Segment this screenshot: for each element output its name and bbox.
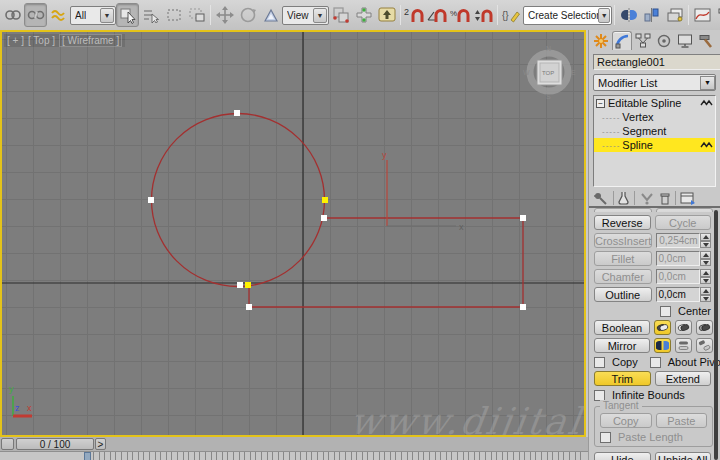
- rectangular-selection-region-icon[interactable]: [162, 3, 185, 27]
- unhide-all-button[interactable]: Unhide All: [655, 452, 712, 460]
- outline-button[interactable]: Outline: [594, 287, 652, 302]
- collapse-icon[interactable]: −: [596, 99, 605, 108]
- viewcube-west[interactable]: W: [523, 69, 530, 76]
- chamfer-value[interactable]: 0,0cm: [656, 269, 701, 284]
- boolean-intersection-button[interactable]: [696, 320, 713, 335]
- viewcube-face-label[interactable]: TOP: [542, 70, 554, 76]
- pin-stack-icon[interactable]: [593, 191, 609, 205]
- viewport-top[interactable]: y x N E S W: [0, 30, 586, 437]
- extend-button[interactable]: Extend: [655, 371, 712, 386]
- show-end-result-icon[interactable]: [618, 191, 630, 205]
- spinner-arrows[interactable]: [700, 287, 711, 302]
- vertex-handle[interactable]: [520, 215, 526, 221]
- percent-snap-icon[interactable]: %: [449, 3, 472, 27]
- layer-manager-icon[interactable]: [663, 3, 686, 27]
- cross-insert-button[interactable]: CrossInsert: [594, 233, 652, 248]
- viewcube-east[interactable]: E: [571, 69, 576, 76]
- mirror-horizontally-button[interactable]: [654, 338, 671, 353]
- select-and-rotate-icon[interactable]: [236, 3, 259, 27]
- chamfer-button[interactable]: Chamfer: [594, 269, 652, 284]
- stack-row-vertex[interactable]: ----- Vertex: [594, 110, 715, 124]
- reference-coordinate-system-dropdown[interactable]: View ▼: [282, 6, 329, 25]
- select-by-name-icon[interactable]: [139, 3, 162, 27]
- track-bar-slider[interactable]: [84, 452, 91, 460]
- vertex-handle-selected[interactable]: [245, 282, 251, 288]
- spinner-arrows[interactable]: [700, 233, 711, 248]
- vertex-handle[interactable]: [321, 215, 327, 221]
- modifier-list-dropdown[interactable]: Modifier List ▼: [593, 74, 716, 91]
- trim-button[interactable]: Trim: [594, 371, 651, 386]
- vertex-handle[interactable]: [148, 197, 154, 203]
- configure-modifier-sets-icon[interactable]: [680, 191, 696, 205]
- vertex-handle[interactable]: [237, 282, 243, 288]
- vertex-handle[interactable]: [246, 304, 252, 310]
- spline-rectangle[interactable]: [249, 218, 523, 307]
- mirror-both-button[interactable]: [696, 338, 713, 353]
- tangent-paste-button[interactable]: Paste: [656, 413, 708, 428]
- named-selection-set-dropdown[interactable]: Create Selection Se ▼: [523, 6, 612, 25]
- tab-hierarchy[interactable]: [633, 31, 653, 50]
- make-unique-icon[interactable]: [639, 191, 655, 205]
- reverse-button[interactable]: Reverse: [594, 215, 651, 230]
- rollout-scrollbar[interactable]: [714, 210, 718, 460]
- viewcube-south[interactable]: S: [546, 93, 551, 100]
- chamfer-spinner[interactable]: 0,0cm: [656, 269, 712, 284]
- boolean-union-button[interactable]: [654, 320, 671, 335]
- fillet-value[interactable]: 0,0cm: [656, 251, 701, 266]
- boolean-subtraction-button[interactable]: [675, 320, 692, 335]
- select-object-icon[interactable]: [116, 3, 139, 27]
- select-and-move-icon[interactable]: [213, 3, 236, 27]
- vertex-handle[interactable]: [520, 304, 526, 310]
- bind-to-space-warp-icon[interactable]: [47, 3, 70, 27]
- paste-length-checkbox[interactable]: [600, 432, 611, 443]
- cross-insert-spinner[interactable]: 0,254cm: [656, 233, 711, 248]
- unlink-selection-icon[interactable]: [24, 3, 47, 27]
- select-and-scale-icon[interactable]: [259, 3, 282, 27]
- infinite-bounds-checkbox[interactable]: [594, 390, 605, 401]
- center-checkbox[interactable]: [660, 306, 671, 317]
- mirror-icon[interactable]: [617, 3, 640, 27]
- boolean-button[interactable]: Boolean: [594, 320, 650, 335]
- editable-spline-shape[interactable]: [152, 114, 524, 308]
- vertex-handle[interactable]: [234, 110, 240, 116]
- fillet-spinner[interactable]: 0,0cm: [656, 251, 712, 266]
- about-pivot-checkbox[interactable]: [650, 357, 661, 368]
- tab-display[interactable]: [675, 31, 695, 50]
- window-crossing-icon[interactable]: [185, 3, 208, 27]
- edit-named-selection-sets-icon[interactable]: {}: [500, 3, 523, 27]
- object-name-field[interactable]: [593, 54, 720, 70]
- track-bar[interactable]: [0, 451, 588, 460]
- spinner-arrows[interactable]: [700, 251, 711, 266]
- align-icon[interactable]: [640, 3, 663, 27]
- tab-modify[interactable]: [612, 31, 632, 50]
- next-frame-button[interactable]: >: [95, 438, 106, 450]
- selection-filter-dropdown[interactable]: All ▼: [70, 6, 116, 25]
- select-and-link-icon[interactable]: [1, 3, 24, 27]
- spinner-snap-icon[interactable]: [472, 3, 495, 27]
- schematic-view-icon[interactable]: [714, 3, 720, 27]
- stack-row-editable-spline[interactable]: − Editable Spline: [594, 96, 715, 110]
- mirror-button[interactable]: Mirror: [594, 338, 650, 353]
- curve-editor-icon[interactable]: [691, 3, 714, 27]
- outline-spinner[interactable]: 0,0cm: [656, 287, 712, 302]
- viewcube[interactable]: N E S W TOP: [523, 45, 576, 100]
- cycle-button[interactable]: Cycle: [655, 215, 712, 230]
- tab-create[interactable]: [591, 31, 611, 50]
- mirror-vertically-button[interactable]: [675, 338, 692, 353]
- use-pivot-point-center-icon[interactable]: [329, 3, 352, 27]
- vertex-handle-selected[interactable]: [322, 197, 328, 203]
- stack-row-segment[interactable]: ----- Segment: [594, 124, 715, 138]
- viewport-menu-view[interactable]: [ Top ]: [28, 35, 55, 46]
- copy-checkbox[interactable]: [594, 357, 605, 368]
- outline-value[interactable]: 0,0cm: [656, 287, 701, 302]
- viewcube-north[interactable]: N: [546, 45, 551, 52]
- stack-row-spline-selected[interactable]: ----- Spline: [594, 138, 715, 152]
- select-and-manipulate-icon[interactable]: [352, 3, 375, 27]
- fillet-button[interactable]: Fillet: [594, 251, 652, 266]
- tab-motion[interactable]: [654, 31, 674, 50]
- snaps-toggle-2d-icon[interactable]: 2: [403, 3, 426, 27]
- spline-circle[interactable]: [152, 114, 325, 287]
- keyboard-shortcut-override-icon[interactable]: [375, 3, 398, 27]
- spinner-arrows[interactable]: [700, 269, 711, 284]
- hide-button[interactable]: Hide: [594, 452, 651, 460]
